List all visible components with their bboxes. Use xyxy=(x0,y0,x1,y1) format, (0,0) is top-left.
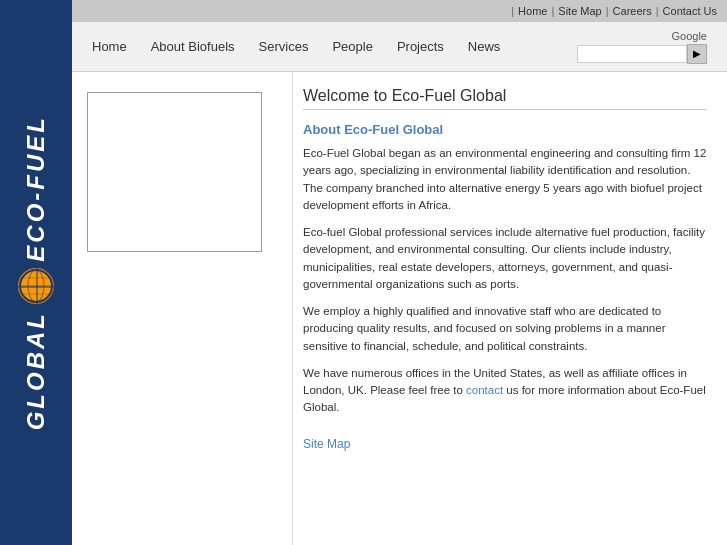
paragraph-2: Eco-fuel Global professional services in… xyxy=(303,224,707,293)
top-bar: | Home | Site Map | Careers | Contact Us xyxy=(72,0,727,22)
home-toplink[interactable]: Home xyxy=(518,5,547,17)
home-navlink[interactable]: Home xyxy=(92,39,127,54)
left-sidebar: ECO-FUEL GLOBAL xyxy=(0,0,72,545)
left-content xyxy=(72,72,292,545)
right-content: Welcome to Eco-Fuel Global About Eco-Fue… xyxy=(292,72,727,545)
page-title: Welcome to Eco-Fuel Global xyxy=(303,87,707,105)
paragraph-4: We have numerous offices in the United S… xyxy=(303,365,707,417)
search-label: Google xyxy=(672,30,707,42)
section-title: About Eco-Fuel Global xyxy=(303,122,707,137)
sitemap-toplink[interactable]: Site Map xyxy=(558,5,601,17)
nav-links: Home About Biofuels Services People Proj… xyxy=(92,39,500,54)
sep2: | xyxy=(551,5,554,17)
site-map-link[interactable]: Site Map xyxy=(303,437,350,451)
svg-point-0 xyxy=(20,270,52,302)
services-navlink[interactable]: Services xyxy=(259,39,309,54)
brand-bottom-text: GLOBAL xyxy=(24,311,48,430)
about-navlink[interactable]: About Biofuels xyxy=(151,39,235,54)
contactus-toplink[interactable]: Contact Us xyxy=(663,5,717,17)
paragraph-1: Eco-Fuel Global began as an environmenta… xyxy=(303,145,707,214)
careers-toplink[interactable]: Careers xyxy=(613,5,652,17)
sep3: | xyxy=(606,5,609,17)
title-divider xyxy=(303,109,707,110)
brand-top-text: ECO-FUEL xyxy=(24,115,48,262)
paragraph-3: We employ a highly qualified and innovat… xyxy=(303,303,707,355)
news-navlink[interactable]: News xyxy=(468,39,501,54)
search-button[interactable]: ▶ xyxy=(687,44,707,64)
projects-navlink[interactable]: Projects xyxy=(397,39,444,54)
search-input-row: ▶ xyxy=(577,44,707,64)
nav-bar: Home About Biofuels Services People Proj… xyxy=(72,22,727,72)
brand-container: ECO-FUEL GLOBAL xyxy=(15,0,57,545)
page-content: Welcome to Eco-Fuel Global About Eco-Fue… xyxy=(72,72,727,545)
sep1: | xyxy=(511,5,514,17)
people-navlink[interactable]: People xyxy=(332,39,372,54)
sep4: | xyxy=(656,5,659,17)
search-input[interactable] xyxy=(577,45,687,63)
svg-point-1 xyxy=(28,270,44,302)
top-bar-links: | Home | Site Map | Careers | Contact Us xyxy=(507,5,717,17)
globe-icon xyxy=(15,265,57,307)
contact-link[interactable]: contact xyxy=(466,384,503,396)
search-box: Google ▶ xyxy=(577,30,707,64)
content-image xyxy=(87,92,262,252)
main-area: | Home | Site Map | Careers | Contact Us… xyxy=(72,0,727,545)
